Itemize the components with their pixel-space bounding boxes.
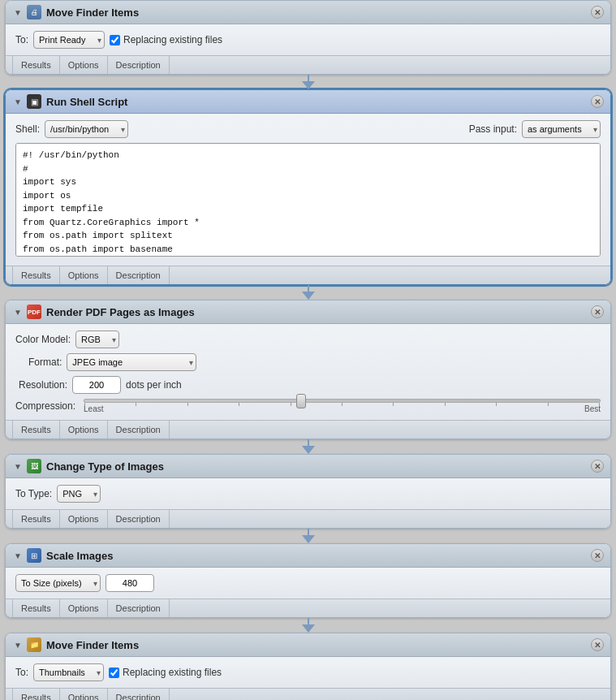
resolution-input[interactable] [72, 376, 121, 394]
options-tab-scale[interactable]: Options [60, 599, 108, 617]
to-type-select-wrapper[interactable]: PNG [57, 485, 101, 503]
format-select[interactable]: JPEG image [67, 353, 196, 371]
options-tab-pdf[interactable]: Options [60, 421, 108, 439]
collapse-arrow-shell[interactable]: ▼ [12, 96, 24, 107]
block-title-1: Move Finder Items [46, 6, 591, 19]
block-header-move-finder-2: ▼ 📁 Move Finder Items ✕ [6, 633, 610, 657]
block-footer-2: Results Options Description [6, 688, 610, 700]
close-button-change-type[interactable]: ✕ [591, 460, 604, 473]
block-footer-1: Results Options Description [6, 55, 610, 74]
replacing-checkbox-input-1[interactable] [110, 35, 120, 45]
color-model-select[interactable]: RGB [75, 331, 119, 348]
close-button-shell[interactable]: ✕ [591, 95, 604, 108]
description-tab-1[interactable]: Description [108, 56, 170, 74]
block-title-change-type: Change Type of Images [46, 460, 591, 473]
results-tab-shell[interactable]: Results [12, 266, 60, 284]
block-render-pdf: ▼ PDF Render PDF Pages as Images ✕ Color… [5, 300, 611, 439]
collapse-arrow-2[interactable]: ▼ [12, 639, 24, 650]
resolution-label: Resolution: [19, 379, 67, 391]
pass-input-select-wrapper[interactable]: as arguments [522, 120, 601, 138]
block-footer-pdf: Results Options Description [6, 420, 610, 439]
pass-input-select[interactable]: as arguments [522, 120, 601, 138]
to-label-2: To: [15, 667, 28, 678]
shell-select-wrapper[interactable]: /usr/bin/python [45, 120, 128, 138]
connector-4 [296, 529, 321, 543]
options-tab-shell[interactable]: Options [60, 266, 108, 284]
color-model-select-wrapper[interactable]: RGB [75, 331, 119, 348]
to-row-2: To: Thumbnails Replacing existing files [15, 663, 601, 681]
scale-type-select-wrapper[interactable]: To Size (pixels) [15, 574, 101, 592]
block-body-pdf: Color Model: RGB Format: JPEG image Reso… [6, 324, 610, 420]
block-change-type: ▼ 🖼 Change Type of Images ✕ To Type: PNG… [5, 454, 611, 529]
scale-icon: ⊞ [27, 548, 41, 563]
block-body-2: To: Thumbnails Replacing existing files [6, 657, 610, 688]
block-body-1: To: Print Ready Replacing existing files [6, 24, 610, 55]
script-textarea[interactable]: #! /usr/bin/python # import sys import o… [15, 143, 601, 257]
shell-select[interactable]: /usr/bin/python [45, 120, 128, 138]
description-tab-change-type[interactable]: Description [108, 510, 170, 528]
collapse-arrow-scale[interactable]: ▼ [12, 550, 24, 561]
description-tab-scale[interactable]: Description [108, 599, 170, 617]
results-tab-pdf[interactable]: Results [12, 421, 60, 439]
block-header-shell: ▼ ▣ Run Shell Script ✕ [6, 90, 610, 114]
compression-row: Compression: [15, 399, 601, 413]
to-row-1: To: Print Ready Replacing existing files [15, 31, 601, 49]
block-scale-images: ▼ ⊞ Scale Images ✕ To Size (pixels) Resu… [5, 543, 611, 618]
results-tab-1[interactable]: Results [12, 56, 60, 74]
scale-size-input[interactable] [106, 574, 154, 592]
folder-icon-2: 📁 [27, 637, 41, 652]
destination-select-wrapper-1[interactable]: Print Ready [33, 31, 105, 49]
block-footer-shell: Results Options Description [6, 266, 610, 284]
close-button-2[interactable]: ✕ [591, 638, 604, 651]
slider-thumb[interactable] [296, 394, 306, 408]
description-tab-2[interactable]: Description [108, 689, 170, 700]
options-tab-2[interactable]: Options [60, 689, 108, 700]
destination-select-1[interactable]: Print Ready [33, 31, 105, 49]
shell-left: Shell: /usr/bin/python [15, 120, 128, 138]
block-run-shell: ▼ ▣ Run Shell Script ✕ Shell: /usr/bin/p… [5, 89, 611, 285]
description-tab-pdf[interactable]: Description [108, 421, 170, 439]
close-button-pdf[interactable]: ✕ [591, 305, 604, 318]
destination-select-2[interactable]: Thumbnails [33, 663, 104, 681]
block-body-shell: Shell: /usr/bin/python Pass input: as ar… [6, 114, 610, 266]
slider-track-line [84, 399, 601, 403]
to-type-select[interactable]: PNG [57, 485, 101, 503]
results-tab-scale[interactable]: Results [12, 599, 60, 617]
block-footer-scale: Results Options Description [6, 598, 610, 617]
collapse-arrow-change-type[interactable]: ▼ [12, 460, 24, 472]
printer-icon-1: 🖨 [27, 5, 41, 19]
format-label: Format: [28, 356, 62, 368]
replacing-checkbox-input-2[interactable] [109, 668, 119, 678]
block-footer-change-type: Results Options Description [6, 509, 610, 528]
scale-row: To Size (pixels) [15, 574, 601, 592]
block-header-pdf: ▼ PDF Render PDF Pages as Images ✕ [6, 300, 610, 324]
close-button-1[interactable]: ✕ [591, 6, 604, 19]
replacing-checkbox-2[interactable]: Replacing existing files [109, 667, 222, 678]
to-type-row: To Type: PNG [15, 485, 601, 503]
block-title-shell: Run Shell Script [46, 96, 591, 108]
connector-1 [296, 75, 321, 89]
to-type-label: To Type: [15, 488, 52, 499]
replacing-checkbox-1[interactable]: Replacing existing files [110, 34, 222, 45]
destination-select-wrapper-2[interactable]: Thumbnails [33, 663, 104, 681]
block-header-scale: ▼ ⊞ Scale Images ✕ [6, 544, 610, 568]
collapse-arrow-1[interactable]: ▼ [12, 6, 24, 18]
compression-label: Compression: [15, 400, 75, 412]
description-tab-shell[interactable]: Description [108, 266, 170, 284]
results-tab-change-type[interactable]: Results [12, 510, 60, 528]
options-tab-change-type[interactable]: Options [60, 510, 108, 528]
scale-type-select[interactable]: To Size (pixels) [15, 574, 101, 592]
results-tab-2[interactable]: Results [12, 689, 60, 700]
to-label-1: To: [15, 34, 28, 45]
replacing-label-2: Replacing existing files [123, 667, 222, 678]
close-button-scale[interactable]: ✕ [591, 549, 604, 562]
options-tab-1[interactable]: Options [60, 56, 108, 74]
format-select-wrapper[interactable]: JPEG image [67, 353, 196, 371]
compression-slider[interactable] [84, 399, 601, 403]
collapse-arrow-pdf[interactable]: ▼ [12, 306, 24, 318]
block-header-move-finder-1: ▼ 🖨 Move Finder Items ✕ [6, 1, 610, 24]
pdf-icon: PDF [27, 305, 41, 319]
block-body-change-type: To Type: PNG [6, 478, 610, 509]
image-icon: 🖼 [27, 459, 41, 473]
pass-input-label: Pass input: [469, 123, 517, 135]
